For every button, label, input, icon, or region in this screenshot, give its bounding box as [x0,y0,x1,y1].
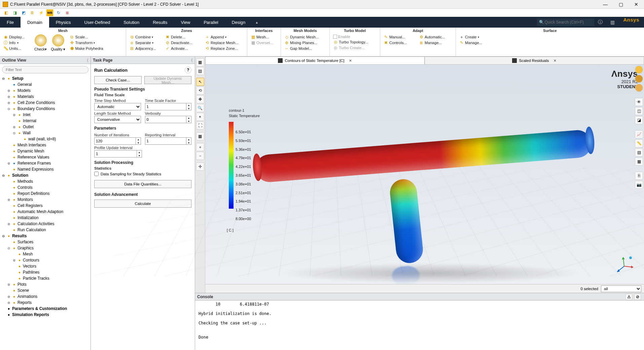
help-button[interactable]: ? [185,67,191,73]
tree-internal[interactable]: ●Internal [0,118,91,124]
quick-search-input[interactable] [537,19,594,26]
tree-bc[interactable]: ⊖●Boundary Conditions [0,106,91,112]
tree-animations[interactable]: ⊕●Animations [0,293,91,300]
minimize-button[interactable]: — [598,0,613,9]
rt-legend-icon[interactable]: ▤ [635,148,643,156]
rt-camera-icon[interactable]: 📷 [635,181,643,189]
menu-tab-results[interactable]: Results [146,17,174,28]
append-button[interactable]: ＋Append▾ [204,34,245,40]
expand-icon[interactable]: ⊕ [12,258,16,262]
expand-icon[interactable]: ⊖ [1,77,5,80]
doc-icon[interactable]: 🗎 [29,9,36,16]
tool-rotate-icon[interactable]: ⟲ [196,86,204,95]
expand-icon[interactable]: ⊖ [7,246,11,250]
tree-controls[interactable]: ●Controls [0,184,91,190]
rt-ortho-icon[interactable]: ◫ [635,107,643,115]
expand-icon[interactable]: ⊖ [1,234,5,238]
rt-copy-icon[interactable]: ⎘ [635,172,643,180]
turbo-topo-button[interactable]: ◎Turbo Topology... [332,39,369,45]
expand-icon[interactable]: ⊕ [7,283,11,286]
check-button[interactable]: Check▾ [34,34,47,51]
expand-icon[interactable]: ⊖ [1,174,5,177]
tree-general[interactable]: ●General [0,81,91,88]
tree-g-vectors[interactable]: ●Vectors [0,263,91,269]
tree-params[interactable]: ●Parameters & Customization [0,306,91,312]
menu-tab-design[interactable]: Design [225,17,252,28]
manual-button[interactable]: ✎Manual... [382,34,416,40]
ribbon-collapse-icon[interactable]: ▲ [252,17,261,28]
tree-plots[interactable]: ⊕●Plots [0,281,91,287]
adapt-controls-button[interactable]: ✖Controls... [382,40,416,45]
tree-report-def[interactable]: ●Report Definitions [0,190,91,197]
tree-results[interactable]: ⊖●Results [0,233,91,239]
menu-tab-solution[interactable]: Solution [117,17,146,28]
tree-inlet[interactable]: ⊕●Inlet [0,112,91,118]
close-button[interactable]: ✕ [629,0,644,9]
outline-filter-input[interactable] [2,66,88,73]
tree-models[interactable]: ⊕●Models [0,88,91,94]
tree-cell-registers[interactable]: ●Cell Registers [0,203,91,209]
expand-icon[interactable]: ⊕ [7,101,11,105]
rt-chart-icon[interactable]: 📈 [635,130,643,138]
check-case-button[interactable]: Check Case... [94,76,142,84]
wb-icon[interactable]: WB [46,9,53,16]
iterations-input[interactable] [94,137,136,145]
spin-down[interactable]: ▾ [186,107,191,110]
profile-update-input[interactable] [94,150,137,158]
graphics-canvas[interactable]: Λnsys 2021 R2 STUDENT contour-1 Static T… [205,65,644,293]
tree-cellzone[interactable]: ⊕●Cell Zone Conditions [0,100,91,106]
separate-button[interactable]: ⧈Separate▾ [128,40,163,45]
tool-zoomin-icon[interactable]: ＋ [196,143,204,151]
expand-icon[interactable]: ⊖ [12,131,16,135]
cube3-icon[interactable]: ◩ [20,9,27,16]
layout-icon[interactable]: ▥ [606,17,618,28]
rt-grid-icon[interactable]: ▦ [635,158,643,166]
maximize-button[interactable]: ▢ [613,0,629,9]
tree-dynamic-mesh[interactable]: ●Dynamic Mesh [0,148,91,154]
tree-surfaces[interactable]: ●Surfaces [0,239,91,245]
menu-tab-physics[interactable]: Physics [49,17,78,28]
tree-setup[interactable]: ⊖●Setup [0,75,91,81]
bolt-icon[interactable]: ⚡ [38,9,44,16]
tree-g-particle-tracks[interactable]: ●Particle Tracks [0,275,91,281]
transform-button[interactable]: ✥Transform▾ [68,40,108,45]
console-output[interactable]: 10 6.418811e-07 Hybrid initialization is… [195,301,644,350]
verbosity-input[interactable] [145,116,186,123]
tree-g-mesh[interactable]: ●Mesh [0,251,91,257]
tree-outlet[interactable]: ⊕●Outlet [0,124,91,130]
tool-box-zoom-icon[interactable]: ⌖ [196,113,204,121]
tool-layers-icon[interactable]: ▤ [196,67,204,75]
console-clear-icon[interactable]: ⊘ [634,294,641,300]
tree-ref-frames[interactable]: ⊕●Reference Frames [0,160,91,166]
expand-icon[interactable]: ⊕ [7,89,11,93]
units-button[interactable]: 📏Units... [2,46,32,51]
create-surface-button[interactable]: ＋Create▾ [458,34,484,40]
tree-initialization[interactable]: ●Initialization [0,215,91,221]
time-scale-factor-input[interactable] [145,103,186,110]
spin-up[interactable]: ▴ [186,103,191,107]
menu-tab-file[interactable]: File [0,17,21,28]
panel-chevron-icon[interactable]: ⟨ [87,58,88,63]
rt-persp-icon[interactable]: ◪ [635,116,643,124]
reporting-interval-input[interactable] [145,137,186,145]
expand-icon[interactable]: ⊕ [7,198,11,202]
menu-tab-parallel[interactable]: Parallel [197,17,225,28]
tool-zoom-icon[interactable]: 🔍 [196,104,204,112]
close-tab-icon[interactable]: × [553,58,556,63]
quality-button[interactable]: Quality ▾ [51,34,65,51]
overset-button[interactable]: ▦Overset... [249,40,275,45]
tree-methods[interactable]: ●Methods [0,178,91,184]
tab-contours[interactable]: Contours of Static Temperature [C]× [205,57,425,65]
length-scale-method-select[interactable]: Conservative [94,116,141,123]
combine-button[interactable]: ⧉Combine▾ [128,34,163,40]
tree-g-pathlines[interactable]: ●Pathlines [0,269,91,275]
data-file-quantities-button[interactable]: Data File Quantities... [94,180,191,188]
list-icon[interactable]: ≣ [64,9,71,16]
tree-scene[interactable]: ●Scene [0,287,91,293]
tree-wall-child[interactable]: ●wall (wall, id=8) [0,136,91,142]
polyhedra-button[interactable]: ⬢Make Polyhedra [68,46,108,51]
tree-sim-reports[interactable]: ●Simulation Reports [0,312,91,318]
expand-icon[interactable]: ⊕ [12,113,16,117]
expand-icon[interactable]: ⊕ [12,125,16,129]
rt-sphere2-icon[interactable] [635,75,643,83]
